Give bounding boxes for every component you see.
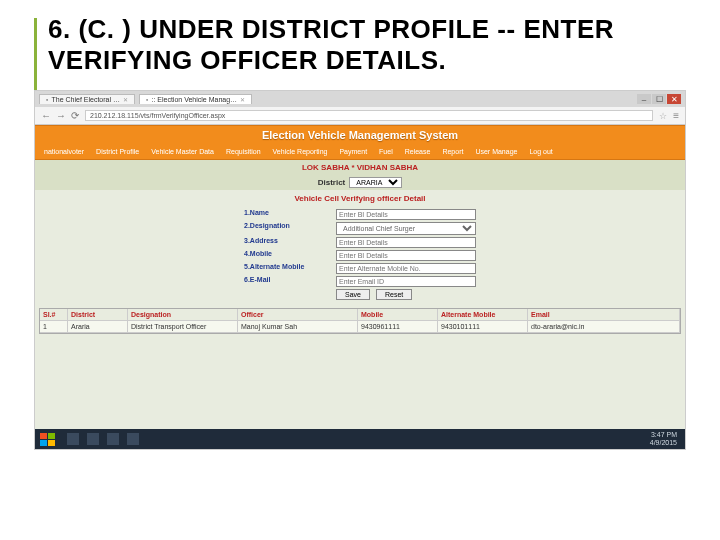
th: Mobile	[358, 309, 438, 320]
taskbar-apps	[67, 433, 139, 445]
menu-item[interactable]: Log out	[524, 146, 557, 157]
menu-item[interactable]: Fuel	[374, 146, 398, 157]
browser-tabstrip: ▫ The Chief Electoral … ✕ ▫ :: Election …	[35, 91, 685, 107]
slide-title: 6. (C. ) UNDER DISTRICT PROFILE -- ENTER…	[0, 0, 720, 86]
address-bar: ← → ⟳ 210.212.18.115/vts/frmVerifyingOff…	[35, 107, 685, 125]
browser-tab-1[interactable]: ▫ The Chief Electoral … ✕	[39, 94, 135, 104]
menu-item[interactable]: User Manage	[470, 146, 522, 157]
th: Email	[528, 309, 680, 320]
menu-icon[interactable]: ≡	[673, 110, 679, 121]
tab-favicon: ▫	[46, 96, 48, 103]
label-name: 1.Name	[244, 209, 332, 220]
td: District Transport Officer	[128, 321, 238, 332]
start-button[interactable]	[39, 432, 57, 446]
taskbar-app-icon[interactable]	[107, 433, 119, 445]
screenshot-container: ▫ The Chief Electoral … ✕ ▫ :: Election …	[34, 90, 686, 450]
th: District	[68, 309, 128, 320]
td: 1	[40, 321, 68, 332]
taskbar: 3:47 PM 4/9/2015	[35, 429, 685, 449]
td: dto-araria@nic.in	[528, 321, 680, 332]
address-input[interactable]	[336, 237, 476, 248]
menu-item[interactable]: Release	[400, 146, 436, 157]
td: Araria	[68, 321, 128, 332]
td: Manoj Kumar Sah	[238, 321, 358, 332]
close-button[interactable]: ✕	[667, 94, 681, 104]
district-label: District	[318, 178, 346, 187]
table-row[interactable]: 1 Araria District Transport Officer Mano…	[40, 321, 680, 333]
menu-item[interactable]: Requisition	[221, 146, 266, 157]
menu-item[interactable]: nationalvoter	[39, 146, 89, 157]
mobile-input[interactable]	[336, 250, 476, 261]
label-mobile: 4.Mobile	[244, 250, 332, 261]
officer-form: 1.Name 2.Designation Additional Chief Su…	[35, 207, 685, 306]
system-tray[interactable]: 3:47 PM 4/9/2015	[650, 431, 681, 447]
table-header: Sl.# District Designation Officer Mobile…	[40, 309, 680, 321]
tab-label: :: Election Vehicle Manag…	[151, 96, 237, 103]
menu-item[interactable]: Report	[437, 146, 468, 157]
election-type-label: LOK SABHA * VIDHAN SABHA	[35, 160, 685, 175]
save-button[interactable]: Save	[336, 289, 370, 300]
th: Officer	[238, 309, 358, 320]
district-selector-row: District ARARIA	[35, 175, 685, 190]
td: 9430101111	[438, 321, 528, 332]
back-icon[interactable]: ←	[41, 110, 51, 121]
close-icon[interactable]: ✕	[123, 96, 128, 103]
name-input[interactable]	[336, 209, 476, 220]
reset-button[interactable]: Reset	[376, 289, 412, 300]
district-select[interactable]: ARARIA	[349, 177, 402, 188]
bookmark-icon[interactable]: ☆	[659, 111, 667, 121]
tab-label: The Chief Electoral …	[51, 96, 119, 103]
maximize-button[interactable]: ☐	[652, 94, 666, 104]
browser-tab-2[interactable]: ▫ :: Election Vehicle Manag… ✕	[139, 94, 252, 104]
td: 9430961111	[358, 321, 438, 332]
tab-favicon: ▫	[146, 96, 148, 103]
window-controls: – ☐ ✕	[637, 94, 681, 104]
taskbar-app-icon[interactable]	[87, 433, 99, 445]
th: Sl.#	[40, 309, 68, 320]
clock-date: 4/9/2015	[650, 439, 677, 447]
close-icon[interactable]: ✕	[240, 96, 245, 103]
menu-item[interactable]: Payment	[334, 146, 372, 157]
menu-item[interactable]: Vehicle Reporting	[268, 146, 333, 157]
menu-item[interactable]: District Profile	[91, 146, 144, 157]
form-title: Vehicle Cell Verifying officer Detail	[35, 190, 685, 207]
th: Designation	[128, 309, 238, 320]
app-header: Election Vehicle Management System	[35, 125, 685, 144]
menu-item[interactable]: Vehicle Master Data	[146, 146, 219, 157]
alt-mobile-input[interactable]	[336, 263, 476, 274]
forward-icon[interactable]: →	[56, 110, 66, 121]
taskbar-app-icon[interactable]	[127, 433, 139, 445]
th: Alternate Mobile	[438, 309, 528, 320]
label-designation: 2.Designation	[244, 222, 332, 235]
officer-table: Sl.# District Designation Officer Mobile…	[39, 308, 681, 334]
designation-select[interactable]: Additional Chief Surger	[336, 222, 476, 235]
clock-time: 3:47 PM	[650, 431, 677, 439]
email-input[interactable]	[336, 276, 476, 287]
taskbar-app-icon[interactable]	[67, 433, 79, 445]
label-alt-mobile: 5.Alternate Mobile	[244, 263, 332, 274]
minimize-button[interactable]: –	[637, 94, 651, 104]
label-email: 6.E-Mail	[244, 276, 332, 287]
reload-icon[interactable]: ⟳	[71, 110, 79, 121]
label-address: 3.Address	[244, 237, 332, 248]
url-input[interactable]: 210.212.18.115/vts/frmVerifyingOfficer.a…	[85, 110, 653, 121]
app-menu: nationalvoter District Profile Vehicle M…	[35, 144, 685, 160]
